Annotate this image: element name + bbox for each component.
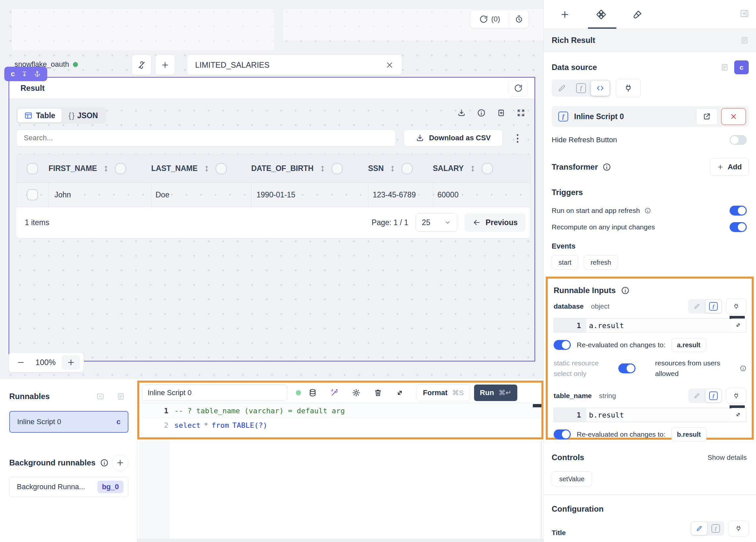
table-row[interactable]: John Doe 1990-01-15 123-45-6789 60000 bbox=[16, 183, 530, 207]
database-input-editor[interactable]: 1 a.result bbox=[554, 318, 746, 333]
recompute-toggle[interactable] bbox=[730, 222, 747, 232]
connect-source-button[interactable] bbox=[616, 79, 641, 97]
script-name-input[interactable] bbox=[142, 385, 287, 401]
column-header[interactable]: SALARY bbox=[433, 163, 530, 174]
clear-icon[interactable] bbox=[385, 61, 394, 69]
selection-toolbar[interactable]: c bbox=[4, 67, 47, 81]
event-chip-refresh[interactable]: refresh bbox=[584, 255, 618, 270]
connect-title-button[interactable] bbox=[728, 521, 749, 536]
info-icon[interactable] bbox=[477, 109, 486, 117]
remove-source-button[interactable] bbox=[721, 108, 746, 125]
tab-add-component[interactable] bbox=[552, 10, 578, 19]
tab-table[interactable]: Table bbox=[17, 109, 62, 122]
row-checkbox[interactable] bbox=[27, 189, 38, 200]
history-button[interactable] bbox=[509, 15, 529, 23]
info-icon[interactable] bbox=[644, 207, 651, 214]
sort-icon[interactable] bbox=[203, 165, 210, 172]
column-pin-toggle[interactable] bbox=[331, 163, 343, 174]
info-icon[interactable] bbox=[621, 286, 630, 295]
column-pin-toggle[interactable] bbox=[401, 163, 413, 174]
runnable-item-inline-script[interactable]: Inline Script 0 c bbox=[9, 411, 128, 433]
tab-styles[interactable] bbox=[624, 10, 651, 19]
result-refresh-button[interactable] bbox=[509, 80, 528, 96]
title-mode-function[interactable]: f bbox=[708, 522, 724, 535]
control-chip-setvalue[interactable]: setValue bbox=[552, 471, 592, 487]
doc-icon[interactable] bbox=[740, 36, 749, 45]
connect-input-button[interactable] bbox=[726, 298, 746, 314]
column-pin-toggle[interactable] bbox=[216, 163, 227, 174]
download-icon[interactable] bbox=[457, 109, 466, 117]
magic-wand-icon[interactable] bbox=[330, 389, 339, 397]
open-script-button[interactable] bbox=[696, 108, 718, 125]
title-mode-static[interactable] bbox=[691, 522, 707, 535]
mode-static-button[interactable] bbox=[553, 81, 571, 96]
column-header[interactable]: SSN bbox=[368, 163, 433, 174]
anchor-icon[interactable] bbox=[34, 71, 41, 77]
mode-code-button[interactable] bbox=[591, 81, 609, 96]
tab-components[interactable] bbox=[588, 10, 614, 19]
resources-from-users-toggle[interactable] bbox=[618, 363, 636, 373]
table-name-input-editor[interactable]: 1 b.result bbox=[554, 408, 746, 422]
table-search-input[interactable] bbox=[16, 129, 396, 147]
code-line-2[interactable]: 2 select * from TABLE(?) bbox=[139, 418, 541, 432]
list-panel-icon[interactable] bbox=[117, 392, 125, 401]
connect-input-button[interactable] bbox=[726, 388, 746, 404]
db-reeval-toggle[interactable] bbox=[554, 340, 571, 350]
unlink-button[interactable] bbox=[132, 54, 152, 75]
show-details-link[interactable]: Show details bbox=[707, 454, 747, 461]
code-lines[interactable]: 1 -- ? table_name (varchar) = default ar… bbox=[139, 403, 541, 432]
run-on-start-toggle[interactable] bbox=[730, 206, 747, 216]
data-source-chip[interactable]: f Inline Script 0 bbox=[552, 106, 749, 127]
trash-icon[interactable] bbox=[374, 389, 382, 397]
info-icon[interactable] bbox=[100, 458, 109, 467]
expand-editor-button[interactable] bbox=[731, 408, 745, 421]
inline-script-editor[interactable]: Format ⌘S Run ⌘↵ 1 -- ? table_name (varc… bbox=[137, 381, 543, 439]
column-header[interactable]: LAST_NAME bbox=[151, 163, 251, 174]
format-button[interactable]: Format ⌘S bbox=[417, 384, 470, 401]
add-transformer-button[interactable]: Add bbox=[710, 158, 749, 176]
run-button[interactable]: Run ⌘↵ bbox=[474, 385, 517, 401]
tn-reeval-chip[interactable]: b.result bbox=[671, 427, 706, 441]
code-line-1[interactable]: 1 -- ? table_name (varchar) = default ar… bbox=[139, 403, 541, 418]
column-pin-toggle[interactable] bbox=[482, 163, 493, 174]
select-all-checkbox[interactable] bbox=[27, 163, 38, 174]
tn-reeval-toggle[interactable] bbox=[554, 429, 571, 439]
database-icon[interactable] bbox=[308, 389, 317, 397]
input-mode-function[interactable]: f bbox=[705, 389, 721, 402]
sort-icon[interactable] bbox=[469, 165, 476, 172]
expand-icon[interactable] bbox=[395, 389, 404, 397]
column-pin-toggle[interactable] bbox=[115, 163, 126, 174]
placeholder-component[interactable] bbox=[12, 9, 274, 50]
mode-function-button[interactable]: f bbox=[572, 81, 590, 96]
zoom-in-button[interactable] bbox=[62, 355, 80, 370]
maximize-icon[interactable] bbox=[517, 109, 525, 117]
gear-icon[interactable] bbox=[352, 389, 361, 397]
table-menu-button[interactable]: ⋮ bbox=[511, 130, 524, 146]
sort-icon[interactable] bbox=[389, 165, 396, 172]
db-reeval-chip[interactable]: a.result bbox=[671, 338, 706, 352]
add-background-runnable-button[interactable] bbox=[112, 455, 128, 471]
hide-refresh-toggle[interactable] bbox=[730, 135, 747, 145]
zoom-out-button[interactable] bbox=[12, 358, 29, 367]
rich-result-component[interactable]: Result Table { } JSON Do bbox=[9, 77, 535, 361]
tab-json[interactable]: { } JSON bbox=[62, 111, 104, 120]
sort-icon[interactable] bbox=[319, 165, 326, 172]
event-chip-start[interactable]: start bbox=[552, 255, 578, 270]
input-mode-static[interactable] bbox=[689, 300, 705, 313]
editor-vscrollbar[interactable] bbox=[541, 441, 542, 539]
page-size-select[interactable]: 25 bbox=[416, 213, 457, 232]
clipboard-paste-icon[interactable] bbox=[497, 109, 505, 117]
column-header[interactable]: DATE_OF_BIRTH bbox=[251, 163, 368, 174]
input-mode-static[interactable] bbox=[689, 389, 705, 402]
move-down-icon[interactable] bbox=[21, 71, 28, 77]
refresh-count-button[interactable]: (0) bbox=[470, 15, 509, 23]
collapse-panel-button[interactable] bbox=[739, 9, 749, 18]
background-runnable-item[interactable]: Background Runna... bg_0 bbox=[9, 477, 128, 497]
add-component-button[interactable] bbox=[155, 54, 175, 75]
download-csv-button[interactable]: Download as CSV bbox=[404, 129, 503, 147]
data-source-badge[interactable]: c bbox=[734, 60, 749, 74]
doc-icon[interactable] bbox=[720, 63, 729, 72]
expand-editor-button[interactable] bbox=[731, 319, 745, 332]
column-header[interactable]: FIRST_NAME bbox=[49, 163, 151, 174]
collapse-all-icon[interactable] bbox=[96, 392, 105, 401]
